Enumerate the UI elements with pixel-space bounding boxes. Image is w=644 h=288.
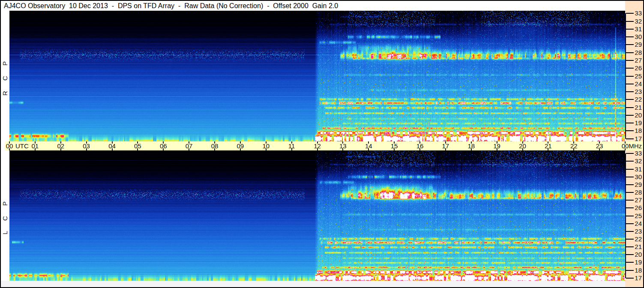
frequency-tick-label: 23 (634, 228, 642, 235)
time-axis-band: UTC MHz 00010203040506070809101112131415… (5, 141, 643, 150)
time-tick-label: 07 (186, 141, 193, 150)
time-tick-label: 01 (32, 141, 39, 150)
utc-axis-label: UTC (15, 141, 29, 150)
frequency-tick-label: 25 (634, 73, 642, 80)
spectrograph-screen: AJ4CO Observatory 10 Dec 2013 - DPS on T… (0, 0, 644, 288)
time-tick-label: 15 (391, 141, 398, 150)
frequency-tick (626, 254, 634, 255)
frequency-tick-label: 17 (634, 135, 642, 142)
rcp-spectrogram-heatmap (9, 11, 625, 141)
frequency-tick (626, 192, 634, 193)
frequency-tick-label: 33 (634, 150, 642, 157)
time-tick-label: 11 (288, 141, 295, 150)
frequency-tick-label: 22 (634, 236, 642, 243)
frequency-tick-label: 18 (634, 127, 642, 134)
lcp-spectrogram-heatmap (9, 151, 625, 281)
frequency-tick-label: 20 (634, 112, 642, 119)
frequency-tick (626, 270, 634, 271)
frequency-tick (626, 216, 634, 216)
frequency-tick (626, 84, 634, 84)
time-tick-label: 03 (83, 141, 90, 150)
time-tick-label: 12 (314, 141, 321, 150)
frequency-tick (626, 161, 634, 162)
frequency-tick (626, 239, 634, 240)
frequency-tick (626, 262, 634, 263)
frequency-tick (626, 68, 634, 69)
frequency-tick-label: 31 (634, 166, 642, 173)
frequency-tick-label: 33 (634, 10, 642, 17)
frequency-tick-label: 24 (634, 81, 642, 87)
time-tick-label: 20 (519, 141, 526, 150)
frequency-tick (626, 207, 634, 208)
bottom-margin (1, 281, 625, 287)
frequency-tick (626, 52, 634, 53)
frequency-tick-label: 25 (634, 213, 642, 219)
frequency-tick (626, 169, 634, 170)
time-tick-label: 17 (442, 141, 449, 150)
time-tick-label: 19 (493, 141, 500, 150)
time-tick-label: 16 (416, 141, 424, 150)
frequency-tick (626, 130, 634, 131)
frequency-tick-label: 19 (634, 259, 642, 266)
frequency-tick (626, 107, 634, 108)
frequency-tick-label: 18 (634, 267, 642, 274)
frequency-tick (626, 60, 634, 61)
frequency-tick (626, 76, 634, 77)
chart-title: AJ4CO Observatory 10 Dec 2013 - DPS on T… (4, 1, 338, 11)
frequency-tick-label: 20 (634, 251, 642, 258)
time-tick-label: 10 (262, 141, 270, 150)
frequency-tick-label: 23 (634, 88, 642, 95)
frequency-tick-label: 27 (634, 197, 642, 204)
frequency-tick-label: 22 (634, 96, 642, 103)
title-bar: AJ4CO Observatory 10 Dec 2013 - DPS on T… (1, 1, 625, 11)
time-tick-label: 23 (596, 141, 603, 150)
rcp-panel-label: R C P (1, 11, 9, 141)
frequency-tick (626, 13, 634, 14)
frequency-tick-label: 30 (634, 33, 642, 40)
frequency-tick (626, 115, 634, 116)
frequency-tick (626, 278, 634, 279)
frequency-tick-label: 30 (634, 174, 642, 180)
frequency-tick (626, 138, 634, 139)
time-tick-label: 02 (57, 141, 64, 150)
time-tick-label: 09 (237, 141, 244, 150)
frequency-tick-label: 26 (634, 204, 642, 211)
frequency-tick (626, 99, 634, 100)
frequency-tick (626, 223, 634, 224)
lcp-panel-label: L C P (1, 151, 9, 281)
frequency-tick (626, 123, 634, 123)
frequency-tick-label: 29 (634, 181, 642, 188)
frequency-tick-label: 26 (634, 65, 642, 72)
time-tick-label: 06 (160, 141, 167, 150)
time-tick-label: 22 (570, 141, 578, 150)
frequency-tick (626, 36, 634, 37)
frequency-tick-label: 19 (634, 120, 642, 126)
frequency-tick (626, 246, 634, 247)
time-tick-label: 05 (134, 141, 141, 150)
frequency-tick-label: 27 (634, 57, 642, 64)
time-tick-label: 04 (108, 141, 116, 150)
frequency-tick (626, 91, 634, 92)
time-tick-label: 00 (622, 141, 629, 150)
mhz-axis-label: MHz (629, 141, 642, 150)
time-tick-label: 18 (467, 141, 475, 150)
frequency-tick (626, 177, 634, 177)
time-tick-label: 21 (545, 141, 552, 150)
frequency-tick-label: 21 (634, 243, 642, 250)
frequency-tick-label: 21 (634, 104, 642, 111)
frequency-tick (626, 153, 634, 154)
frequency-tick-label: 31 (634, 26, 642, 33)
time-tick-label: 08 (211, 141, 219, 150)
frequency-tick-label: 28 (634, 49, 642, 56)
frequency-tick (626, 184, 634, 185)
frequency-tick (626, 231, 634, 232)
frequency-tick (626, 44, 634, 45)
frequency-tick-label: 32 (634, 18, 642, 25)
frequency-tick-label: 28 (634, 189, 642, 196)
frequency-tick (626, 21, 634, 22)
frame: AJ4CO Observatory 10 Dec 2013 - DPS on T… (1, 1, 643, 287)
frequency-tick-label: 32 (634, 158, 642, 165)
frequency-tick (626, 29, 634, 30)
frequency-tick-label: 24 (634, 220, 642, 227)
time-tick-label: 13 (339, 141, 347, 150)
